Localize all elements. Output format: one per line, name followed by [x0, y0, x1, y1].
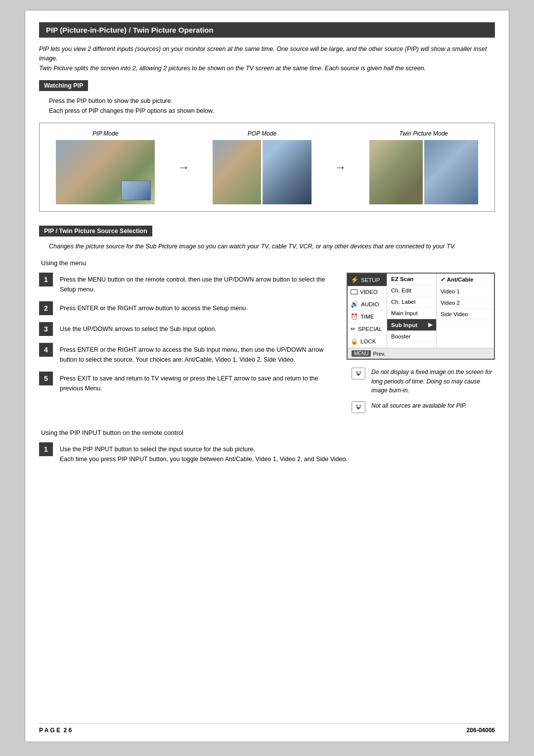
step-item: 3 Use the UP/DOWN arrows to select the S…	[39, 322, 337, 336]
center-item-chlabel: Ch. Label	[387, 296, 436, 308]
right-item-antcable: ✓ Ant/Cable	[437, 274, 494, 286]
tv-menu-main-row: ⚡ SETUP VIDEO 🔊 AUDIO	[348, 274, 494, 348]
pip-mode-label: PIP Mode	[92, 130, 118, 137]
right-item-sidevideo: Side Video	[437, 309, 494, 320]
pop-left-img	[213, 140, 262, 204]
twin-mode-block: Twin Picture Mode	[369, 130, 478, 204]
note-icon-2	[352, 401, 365, 413]
special-label: SPECIAL	[358, 326, 382, 332]
menu-prev-label: Prev.	[373, 351, 385, 357]
center-item-subinput: Sub Input ▶	[387, 319, 436, 331]
step-text: Press the MENU button on the remote cont…	[60, 273, 337, 294]
menu-item-audio: 🔊 AUDIO	[348, 298, 387, 311]
watching-pip-section: Watching PIP Press the PIP button to sho…	[39, 80, 495, 212]
source-selection-header: PIP / Twin Picture Source Selection	[39, 226, 152, 236]
page-number: P A G E 2 6	[39, 727, 72, 734]
note-icon-1	[352, 368, 365, 379]
time-icon: ⏰	[351, 313, 358, 320]
source-selection-section: PIP / Twin Picture Source Selection Chan…	[39, 226, 495, 419]
page-title: PIP (Picture-in-Picture) / Twin Picture …	[39, 22, 495, 38]
note-text-1: Do not display a fixed image on the scre…	[371, 368, 495, 395]
using-menu-label: Using the menu	[39, 259, 495, 267]
page-label: P A G E	[39, 727, 60, 734]
intro-line2: Twin Picture splits the screen into 2, a…	[39, 65, 426, 72]
watching-pip-desc: Press the PIP button to show the sub pic…	[39, 96, 495, 116]
center-item-booster: Booster	[387, 331, 436, 342]
setup-icon: ⚡	[351, 276, 358, 284]
watching-pip-line1: Press the PIP button to show the sub pic…	[49, 96, 495, 106]
lock-icon: 🔒	[351, 338, 358, 345]
watching-pip-line2: Each press of PIP changes the PIP option…	[49, 106, 495, 116]
tv-menu-left: ⚡ SETUP VIDEO 🔊 AUDIO	[348, 274, 387, 348]
page-num: 2 6	[64, 727, 72, 734]
menu-item-special: ✏ SPECIAL	[348, 323, 387, 335]
step-item: 2 Press ENTER or the RIGHT arrow button …	[39, 301, 337, 315]
pop-mode-image	[213, 140, 312, 204]
step-text: Use the UP/DOWN arrows to select the Sub…	[60, 322, 217, 334]
watching-pip-header: Watching PIP	[39, 80, 88, 91]
pip-inset-img	[121, 181, 151, 200]
twin-right-img	[424, 140, 478, 204]
pip-modes-area: PIP Mode ▶ → POP Mode →	[39, 123, 495, 212]
doc-number: 206-04006	[467, 727, 495, 734]
center-item-chedit: Ch. Edit	[387, 285, 436, 296]
tv-menu-right: ✓ Ant/Cable Video 1 Video 2 Side Video	[437, 274, 494, 348]
pip-input-section: Using the PIP INPUT button on the remote…	[39, 429, 495, 464]
audio-label: AUDIO	[361, 301, 379, 307]
intro-line1: PIP lets you view 2 different inputs (so…	[39, 46, 487, 62]
note-text-2: Not all sources are available for PIP.	[371, 401, 467, 411]
step-num: 4	[39, 343, 53, 357]
intro-text: PIP lets you view 2 different inputs (so…	[39, 45, 495, 73]
twin-mode-image	[369, 140, 478, 204]
twin-mode-label: Twin Picture Mode	[400, 130, 448, 137]
page: PIP (Picture-in-Picture) / Twin Picture …	[25, 10, 509, 742]
arrow-1: →	[178, 160, 190, 174]
pop-right-img	[263, 140, 312, 204]
video-icon	[351, 289, 357, 294]
note-2: Not all sources are available for PIP.	[352, 401, 495, 413]
menu-item-time: ⏰ TIME	[348, 311, 387, 323]
submenu-arrow: ▶	[428, 322, 432, 328]
step-text: Press ENTER or the RIGHT arrow button to…	[60, 301, 248, 313]
tv-menu: ⚡ SETUP VIDEO 🔊 AUDIO	[347, 273, 495, 360]
audio-icon: 🔊	[351, 300, 358, 308]
step-item: 4 Press ENTER or the RIGHT arrow to acce…	[39, 343, 337, 365]
right-item-video1: Video 1	[437, 286, 494, 297]
pip-input-step-text: Use the PIP INPUT button to select the i…	[60, 442, 348, 464]
steps-column: 1 Press the MENU button on the remote co…	[39, 273, 337, 400]
center-item-ezscan: EZ Scan	[387, 274, 436, 285]
pip-input-step-1: 1 Use the PIP INPUT button to select the…	[39, 442, 495, 464]
video-label: VIDEO	[360, 289, 378, 295]
menu-item-setup: ⚡ SETUP	[348, 274, 387, 286]
tv-menu-column: ⚡ SETUP VIDEO 🔊 AUDIO	[347, 273, 495, 419]
notes-area: Do not display a fixed image on the scre…	[347, 368, 495, 413]
arrow-2: →	[334, 160, 346, 174]
pip-mode-image: ▶	[56, 140, 155, 204]
tv-menu-bottom: MENU Prev.	[348, 348, 494, 359]
step-text: Press EXIT to save and return to TV view…	[60, 372, 337, 393]
time-label: TIME	[360, 314, 374, 320]
menu-item-lock: 🔒 LOCK	[348, 335, 387, 348]
step-item: 1 Press the MENU button on the remote co…	[39, 273, 337, 294]
pop-mode-block: POP Mode	[213, 130, 312, 204]
menu-button-label: MENU	[352, 350, 371, 357]
tv-menu-center: EZ Scan Ch. Edit Ch. Label Main Input	[387, 274, 437, 348]
center-item-maininput: Main Input	[387, 308, 436, 319]
step-num: 3	[39, 322, 53, 336]
step-text: Press ENTER or the RIGHT arrow to access…	[60, 343, 337, 365]
step-num: 5	[39, 372, 53, 385]
special-icon: ✏	[351, 326, 356, 332]
twin-left-img	[369, 140, 423, 204]
pop-mode-label: POP Mode	[248, 130, 276, 137]
pip-mode-block: PIP Mode ▶	[56, 130, 155, 204]
lock-label: LOCK	[360, 338, 376, 344]
steps-menu-row: 1 Press the MENU button on the remote co…	[39, 273, 495, 419]
page-footer: P A G E 2 6 206-04006	[39, 723, 495, 734]
step-num: 2	[39, 301, 53, 315]
right-item-video2: Video 2	[437, 297, 494, 309]
step-num: 1	[39, 273, 53, 286]
source-selection-desc: Changes the picture source for the Sub P…	[39, 241, 495, 251]
note-1: Do not display a fixed image on the scre…	[352, 368, 495, 395]
pip-input-label: Using the PIP INPUT button on the remote…	[39, 429, 495, 436]
setup-label: SETUP	[361, 277, 380, 283]
